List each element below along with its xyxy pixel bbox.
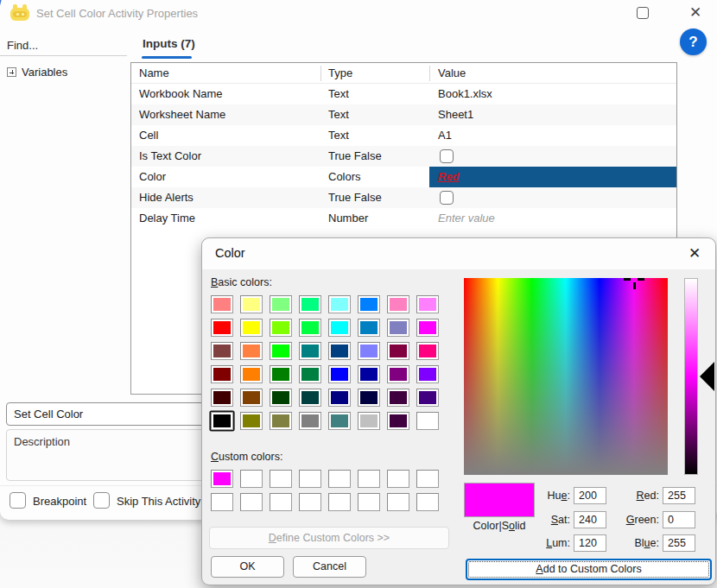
table-row[interactable]: Delay TimeNumberEnter value <box>131 208 676 229</box>
table-row[interactable]: Hide AlertsTrue False <box>131 187 676 208</box>
row-value-cell[interactable]: Sheet1 <box>429 104 676 125</box>
basic-color-swatch[interactable] <box>211 412 233 430</box>
basic-color-swatch[interactable] <box>240 412 263 430</box>
green-input[interactable]: 0 <box>663 511 695 528</box>
basic-color-swatch[interactable] <box>387 389 409 407</box>
basic-color-swatch[interactable] <box>358 412 380 430</box>
basic-color-swatch[interactable] <box>416 412 439 430</box>
color-dialog-titlebar[interactable]: Color ✕ <box>202 238 715 269</box>
basic-color-swatch[interactable] <box>270 412 292 430</box>
row-value-cell[interactable]: Enter value <box>429 208 676 229</box>
red-input[interactable]: 255 <box>663 487 695 504</box>
basic-color-swatch[interactable] <box>328 389 351 407</box>
basic-color-swatch[interactable] <box>299 389 321 407</box>
luminance-bar[interactable] <box>684 278 698 475</box>
basic-color-swatch[interactable] <box>387 295 409 313</box>
basic-color-swatch[interactable] <box>211 342 233 360</box>
basic-color-swatch[interactable] <box>211 389 233 407</box>
basic-color-swatch[interactable] <box>299 412 321 430</box>
basic-color-swatch[interactable] <box>211 365 233 383</box>
custom-color-swatch[interactable] <box>416 493 439 511</box>
expand-icon[interactable] <box>7 67 16 77</box>
value-checkbox[interactable] <box>440 191 454 205</box>
hue-saturation-field[interactable] <box>464 278 668 475</box>
cancel-button[interactable]: Cancel <box>293 556 366 578</box>
skip-activity-checkbox[interactable] <box>93 492 110 509</box>
basic-color-swatch[interactable] <box>358 295 380 313</box>
basic-color-swatch[interactable] <box>211 295 233 313</box>
color-value-link[interactable]: Red <box>438 170 460 183</box>
basic-color-swatch[interactable] <box>358 319 380 337</box>
tab-inputs[interactable]: Inputs (7) <box>143 37 195 50</box>
basic-color-swatch[interactable] <box>328 365 351 383</box>
basic-color-swatch[interactable] <box>416 319 439 337</box>
custom-color-swatch[interactable] <box>387 493 409 511</box>
basic-color-swatch[interactable] <box>328 412 351 430</box>
basic-color-swatch[interactable] <box>270 389 292 407</box>
basic-color-swatch[interactable] <box>240 319 263 337</box>
custom-color-swatch[interactable] <box>358 493 380 511</box>
custom-color-swatch[interactable] <box>211 470 233 488</box>
basic-color-swatch[interactable] <box>299 365 321 383</box>
custom-color-swatch[interactable] <box>270 470 292 488</box>
luminance-slider-arrow[interactable] <box>700 362 714 391</box>
table-row[interactable]: CellTextA1 <box>131 125 676 146</box>
basic-color-swatch[interactable] <box>299 342 321 360</box>
table-row[interactable]: Workbook NameTextBook1.xlsx <box>131 84 676 104</box>
custom-color-swatch[interactable] <box>416 470 439 488</box>
table-row[interactable]: Is Text ColorTrue False <box>131 146 676 167</box>
basic-color-swatch[interactable] <box>240 295 263 313</box>
custom-color-swatch[interactable] <box>299 493 321 511</box>
basic-color-swatch[interactable] <box>328 319 351 337</box>
custom-color-swatch[interactable] <box>358 470 380 488</box>
table-row[interactable]: Worksheet NameTextSheet1 <box>131 104 676 125</box>
basic-color-swatch[interactable] <box>270 319 292 337</box>
add-to-custom-colors-button[interactable]: Add to Custom Colors <box>466 559 712 580</box>
basic-color-swatch[interactable] <box>299 295 321 313</box>
basic-color-swatch[interactable] <box>416 295 439 313</box>
basic-color-swatch[interactable] <box>416 365 439 383</box>
basic-color-swatch[interactable] <box>240 389 263 407</box>
titlebar[interactable]: Set Cell Color Activity Properties ✕ <box>0 0 717 26</box>
basic-color-swatch[interactable] <box>299 319 321 337</box>
basic-color-swatch[interactable] <box>211 319 233 337</box>
custom-color-swatch[interactable] <box>240 470 263 488</box>
basic-color-swatch[interactable] <box>416 342 439 360</box>
color-dialog-close-icon[interactable]: ✕ <box>684 243 705 264</box>
blue-input[interactable]: 255 <box>663 534 695 552</box>
custom-color-swatch[interactable] <box>240 493 263 511</box>
basic-color-swatch[interactable] <box>270 295 292 313</box>
breakpoint-checkbox[interactable] <box>10 492 26 509</box>
basic-color-swatch[interactable] <box>270 365 292 383</box>
basic-color-swatch[interactable] <box>416 389 439 407</box>
custom-color-swatch[interactable] <box>387 470 409 488</box>
basic-color-swatch[interactable] <box>240 342 263 360</box>
value-placeholder[interactable]: Enter value <box>438 212 495 224</box>
custom-color-swatch[interactable] <box>299 470 321 488</box>
custom-color-swatch[interactable] <box>328 493 351 511</box>
basic-color-swatch[interactable] <box>328 342 351 360</box>
ok-button[interactable]: OK <box>211 556 284 578</box>
tree-item-variables[interactable]: Variables <box>7 66 67 79</box>
help-button[interactable]: ? <box>680 28 707 55</box>
custom-color-swatch[interactable] <box>328 470 351 488</box>
value-checkbox[interactable] <box>440 149 454 163</box>
find-input[interactable]: Find... <box>7 39 38 52</box>
maximize-icon[interactable] <box>637 7 649 19</box>
custom-color-swatch[interactable] <box>211 493 233 511</box>
row-value-cell[interactable]: Book1.xlsx <box>429 84 676 104</box>
basic-color-swatch[interactable] <box>387 319 409 337</box>
basic-color-swatch[interactable] <box>358 389 380 407</box>
row-value-cell[interactable] <box>429 146 676 167</box>
basic-color-swatch[interactable] <box>358 342 380 360</box>
basic-color-swatch[interactable] <box>387 365 409 383</box>
row-value-cell[interactable]: Red <box>429 167 676 187</box>
custom-color-swatch[interactable] <box>270 493 292 511</box>
basic-color-swatch[interactable] <box>358 365 380 383</box>
basic-color-swatch[interactable] <box>328 295 351 313</box>
basic-color-swatch[interactable] <box>387 342 409 360</box>
basic-color-swatch[interactable] <box>387 412 409 430</box>
basic-color-swatch[interactable] <box>240 365 263 383</box>
table-row[interactable]: ColorColorsRed <box>131 167 676 187</box>
basic-color-swatch[interactable] <box>270 342 292 360</box>
